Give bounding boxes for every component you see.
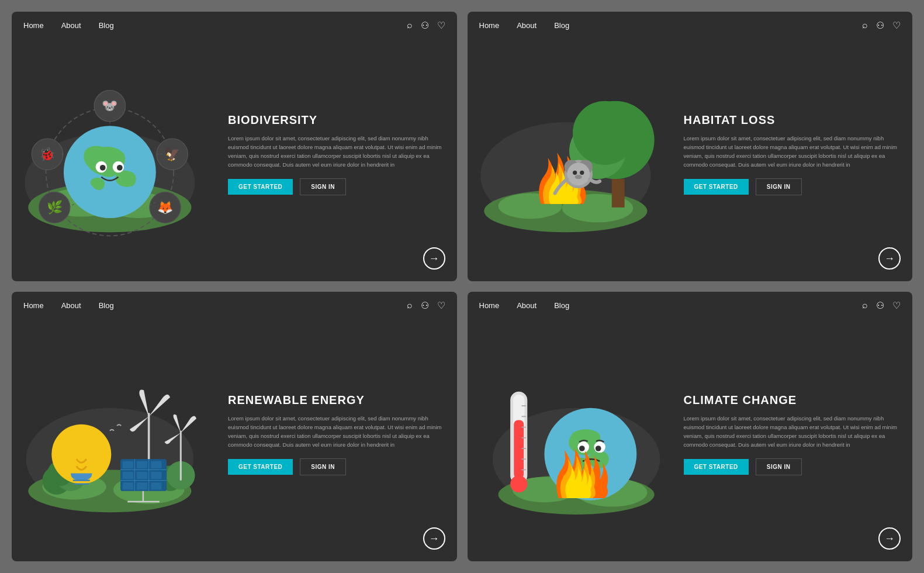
nav-home-1[interactable]: Home: [23, 21, 44, 30]
nav-climate: Home About Blog ⌕ ⚇ ♡: [468, 292, 913, 319]
heart-icon-2[interactable]: ♡: [892, 20, 901, 31]
svg-rect-62: [137, 461, 147, 468]
svg-text:🌿: 🌿: [47, 199, 63, 215]
title-climate: CLIMATE CHANGE: [684, 393, 901, 407]
text-climate: CLIMATE CHANGE Lorem ipsum dolor sit ame…: [678, 393, 901, 476]
svg-rect-69: [151, 483, 161, 490]
svg-point-41: [575, 175, 582, 179]
buttons-renewable: GET STARTED SIGN IN: [228, 458, 445, 475]
nav-about-3[interactable]: About: [61, 301, 81, 310]
illustration-renewable: [18, 353, 216, 516]
body-climate: Lorem ipsum dolor sit amet, consectetuer…: [684, 414, 901, 450]
svg-text:🦅: 🦅: [164, 146, 181, 162]
illustration-biodiversity: 🐭 🐞 🌿 🦅 🦊: [18, 73, 216, 236]
nav-links-4: Home About Blog: [479, 301, 570, 310]
nav-blog-4[interactable]: Blog: [554, 301, 569, 310]
search-icon-4[interactable]: ⌕: [862, 300, 868, 311]
nav-blog-1[interactable]: Blog: [99, 21, 114, 30]
svg-point-91: [595, 446, 601, 451]
nav-about-1[interactable]: About: [61, 21, 81, 30]
card-biodiversity: Home About Blog ⌕ ⚇ ♡: [12, 12, 457, 281]
text-renewable: RENEWABLE ENERGY Lorem ipsum dolor sit a…: [222, 393, 445, 476]
svg-rect-63: [151, 461, 161, 468]
svg-rect-61: [123, 461, 133, 468]
buttons-climate: GET STARTED SIGN IN: [684, 458, 901, 475]
nav-about-4[interactable]: About: [517, 301, 537, 310]
nav-icons-4: ⌕ ⚇ ♡: [862, 300, 901, 311]
svg-text:🦊: 🦊: [157, 199, 174, 215]
svg-point-7: [100, 165, 106, 171]
search-icon-1[interactable]: ⌕: [407, 20, 413, 31]
svg-text:🐞: 🐞: [40, 146, 56, 162]
arrow-btn-4[interactable]: →: [878, 527, 901, 550]
main-grid: Home About Blog ⌕ ⚇ ♡: [0, 0, 924, 573]
arrow-btn-2[interactable]: →: [878, 247, 901, 270]
svg-text:🐭: 🐭: [102, 98, 118, 114]
get-started-btn-3[interactable]: GET STARTED: [228, 459, 293, 475]
nav-links: Home About Blog: [23, 21, 114, 30]
content-climate: CLIMATE CHANGE Lorem ipsum dolor sit ame…: [468, 319, 913, 561]
buttons-biodiversity: GET STARTED SIGN IN: [228, 178, 445, 195]
sign-in-btn-4[interactable]: SIGN IN: [756, 458, 802, 475]
user-icon-3[interactable]: ⚇: [421, 300, 429, 311]
nav-home-3[interactable]: Home: [23, 301, 44, 310]
svg-point-40: [580, 171, 584, 175]
svg-point-90: [579, 446, 584, 451]
svg-point-33: [573, 101, 636, 165]
nav-renewable: Home About Blog ⌕ ⚇ ♡: [12, 292, 457, 319]
content-biodiversity: 🐭 🐞 🌿 🦅 🦊: [12, 39, 457, 281]
svg-rect-67: [123, 483, 133, 490]
svg-rect-64: [123, 472, 133, 479]
sign-in-btn-2[interactable]: SIGN IN: [756, 178, 802, 195]
search-icon-2[interactable]: ⌕: [862, 20, 868, 31]
card-climate: Home About Blog ⌕ ⚇ ♡: [468, 292, 913, 561]
svg-point-79: [510, 475, 527, 492]
search-icon-3[interactable]: ⌕: [407, 300, 413, 311]
svg-point-39: [573, 171, 577, 175]
title-biodiversity: BIODIVERSITY: [228, 113, 445, 127]
nav-links-2: Home About Blog: [479, 21, 570, 30]
arrow-btn-1[interactable]: →: [423, 247, 445, 270]
body-renewable: Lorem ipsum dolor sit amet, consectetuer…: [228, 414, 445, 450]
svg-rect-65: [137, 472, 147, 479]
title-renewable: RENEWABLE ENERGY: [228, 393, 445, 407]
get-started-btn-2[interactable]: GET STARTED: [684, 179, 749, 195]
nav-blog-2[interactable]: Blog: [554, 21, 569, 30]
heart-icon-3[interactable]: ♡: [437, 300, 445, 311]
get-started-btn-1[interactable]: GET STARTED: [228, 179, 293, 195]
user-icon-4[interactable]: ⚇: [876, 300, 884, 311]
sign-in-btn-1[interactable]: SIGN IN: [300, 178, 346, 195]
arrow-btn-3[interactable]: →: [423, 527, 445, 550]
heart-icon-1[interactable]: ♡: [437, 20, 445, 31]
svg-rect-66: [151, 472, 161, 479]
nav-biodiversity: Home About Blog ⌕ ⚇ ♡: [12, 12, 457, 39]
body-biodiversity: Lorem ipsum dolor sit amet, consectetuer…: [228, 134, 445, 170]
card-renewable: Home About Blog ⌕ ⚇ ♡: [12, 292, 457, 561]
nav-icons-1: ⌕ ⚇ ♡: [407, 20, 445, 31]
sign-in-btn-3[interactable]: SIGN IN: [300, 458, 346, 475]
body-habitat: Lorem ipsum dolor sit amet, consectetuer…: [684, 134, 901, 170]
card-habitat-loss: Home About Blog ⌕ ⚇ ♡: [468, 12, 913, 281]
user-icon-2[interactable]: ⚇: [876, 20, 884, 31]
get-started-btn-4[interactable]: GET STARTED: [684, 459, 749, 475]
nav-icons-3: ⌕ ⚇ ♡: [407, 300, 445, 311]
svg-rect-34: [611, 180, 624, 208]
user-icon-1[interactable]: ⚇: [421, 20, 429, 31]
nav-habitat: Home About Blog ⌕ ⚇ ♡: [468, 12, 913, 39]
illustration-habitat: [473, 73, 672, 236]
nav-home-4[interactable]: Home: [479, 301, 500, 310]
content-habitat: HABITAT LOSS Lorem ipsum dolor sit amet,…: [468, 39, 913, 281]
svg-point-8: [117, 165, 123, 171]
svg-rect-68: [137, 483, 147, 490]
buttons-habitat: GET STARTED SIGN IN: [684, 178, 901, 195]
heart-icon-4[interactable]: ♡: [892, 300, 901, 311]
title-habitat: HABITAT LOSS: [684, 113, 901, 127]
text-biodiversity: BIODIVERSITY Lorem ipsum dolor sit amet,…: [222, 113, 445, 196]
text-habitat: HABITAT LOSS Lorem ipsum dolor sit amet,…: [678, 113, 901, 196]
nav-blog-3[interactable]: Blog: [99, 301, 114, 310]
nav-about-2[interactable]: About: [517, 21, 537, 30]
illustration-climate: [473, 353, 672, 516]
nav-icons-2: ⌕ ⚇ ♡: [862, 20, 901, 31]
content-renewable: RENEWABLE ENERGY Lorem ipsum dolor sit a…: [12, 319, 457, 561]
nav-home-2[interactable]: Home: [479, 21, 500, 30]
